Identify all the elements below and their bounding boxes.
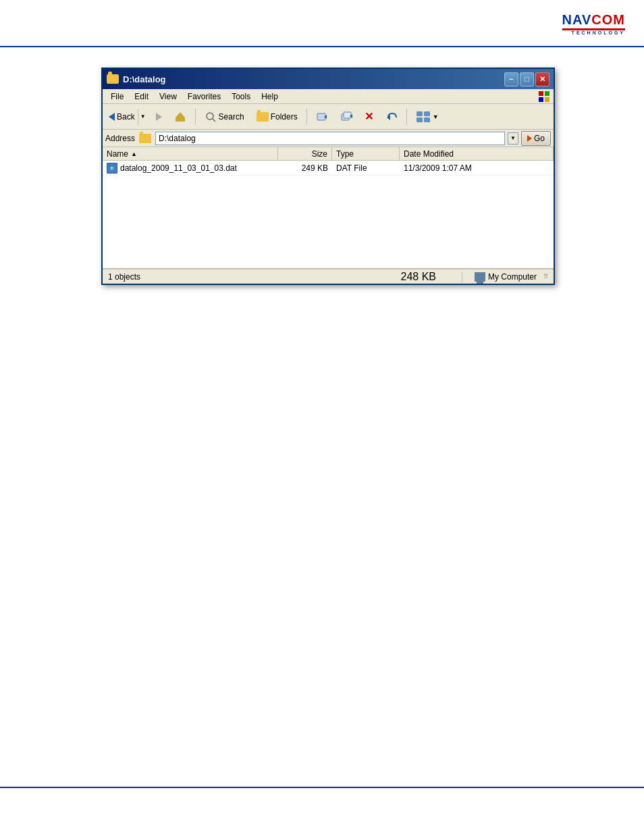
menu-view[interactable]: View [154, 90, 182, 103]
views-button[interactable]: ▼ [411, 107, 444, 127]
logo-com: COM [591, 12, 625, 28]
folders-icon [257, 112, 269, 122]
menu-help[interactable]: Help [256, 90, 284, 103]
minimize-button[interactable]: − [504, 72, 518, 86]
flag-yellow [545, 97, 549, 102]
file-list-body: D datalog_2009_11_03_01_03.dat 249 KB DA… [103, 161, 554, 269]
svg-rect-13 [424, 118, 430, 122]
status-size: 248 KB [400, 271, 449, 283]
status-objects: 1 objects [108, 272, 140, 282]
close-button[interactable]: ✕ [535, 72, 549, 86]
windows-flag [537, 90, 551, 103]
svg-point-2 [207, 113, 213, 120]
go-button[interactable]: Go [521, 131, 551, 146]
file-date-cell: 11/3/2009 1:07 AM [400, 163, 554, 173]
explorer-window: D:\datalog − □ ✕ File Edit View Favorite… [101, 68, 555, 285]
table-row[interactable]: D datalog_2009_11_03_01_03.dat 249 KB DA… [103, 161, 554, 176]
resize-grip[interactable]: ⠿ [543, 273, 548, 280]
folders-label: Folders [271, 112, 298, 122]
title-bar-controls: − □ ✕ [504, 72, 549, 86]
copy-to-button[interactable] [336, 107, 357, 127]
flag-green [545, 91, 549, 96]
search-label: Search [219, 112, 244, 122]
svg-marker-1 [176, 112, 185, 118]
address-input-wrap[interactable] [155, 132, 505, 145]
file-size-cell: 249 KB [278, 163, 332, 173]
title-bar: D:\datalog − □ ✕ [103, 69, 554, 89]
col-header-date[interactable]: Date Modified [400, 147, 554, 160]
address-label: Address [105, 134, 135, 143]
logo-nav: NAV [562, 12, 592, 28]
top-border [0, 46, 644, 47]
bottom-border [0, 787, 644, 788]
forward-button[interactable] [151, 107, 167, 127]
menu-tools[interactable]: Tools [226, 90, 256, 103]
back-label: Back [117, 112, 135, 122]
logo-tech: TECHNOLOGY [572, 30, 625, 35]
status-divider [462, 271, 462, 282]
window-title: D:\datalog [123, 74, 166, 84]
svg-rect-10 [417, 111, 423, 116]
up-icon [174, 111, 186, 123]
file-size: 249 KB [302, 163, 328, 173]
views-icon [416, 111, 431, 123]
go-label: Go [534, 134, 545, 143]
status-bar: 1 objects 248 KB My Computer ⠿ [103, 269, 554, 284]
back-button[interactable]: Back ▼ [105, 107, 149, 127]
status-location: My Computer [488, 272, 537, 282]
address-folder-icon [139, 134, 151, 143]
back-main[interactable]: Back [106, 110, 138, 124]
copy-to-icon [340, 111, 352, 123]
flag-blue [539, 97, 543, 102]
delete-button[interactable]: ✕ [360, 107, 378, 127]
menu-file[interactable]: File [105, 90, 129, 103]
back-arrow-icon [109, 113, 115, 121]
delete-icon: ✕ [365, 111, 373, 122]
toolbar-sep-2 [306, 109, 307, 125]
dat-file-icon: D [107, 163, 117, 174]
undo-icon [385, 111, 398, 123]
menu-favorites[interactable]: Favorites [182, 90, 226, 103]
svg-rect-7 [344, 112, 351, 118]
my-computer-icon [475, 272, 485, 282]
status-right: My Computer [475, 272, 537, 282]
move-to-button[interactable] [311, 107, 333, 127]
back-dropdown[interactable]: ▼ [138, 111, 148, 122]
svg-rect-11 [424, 111, 430, 116]
col-header-size[interactable]: Size [278, 147, 332, 160]
file-list-header: Name ▲ Size Type Date Modified [103, 147, 554, 161]
toolbar-sep-3 [406, 109, 407, 125]
up-button[interactable] [169, 107, 191, 127]
menu-bar: File Edit View Favorites Tools Help [103, 89, 554, 104]
file-name-cell: D datalog_2009_11_03_01_03.dat [103, 163, 278, 174]
go-arrow-icon [527, 135, 532, 142]
title-bar-left: D:\datalog [107, 74, 166, 84]
views-dropdown-arrow: ▼ [433, 113, 439, 120]
address-dropdown[interactable]: ▼ [508, 132, 518, 145]
menu-edit[interactable]: Edit [129, 90, 154, 103]
search-button[interactable]: Search [200, 107, 249, 127]
svg-rect-0 [176, 118, 185, 122]
svg-line-3 [213, 119, 215, 122]
col-header-type[interactable]: Type [332, 147, 400, 160]
col-header-name[interactable]: Name ▲ [103, 147, 278, 160]
file-type-cell: DAT File [332, 163, 400, 173]
address-bar: Address ▼ Go [103, 130, 554, 147]
file-name: datalog_2009_11_03_01_03.dat [120, 163, 237, 173]
toolbar: Back ▼ Search Folder [103, 104, 554, 130]
folder-title-icon [107, 74, 119, 84]
file-date: 11/3/2009 1:07 AM [404, 163, 472, 173]
file-type: DAT File [336, 163, 367, 173]
undo-button[interactable] [381, 107, 402, 127]
forward-arrow-icon [156, 113, 162, 121]
search-icon [205, 111, 217, 123]
maximize-button[interactable]: □ [520, 72, 534, 86]
svg-rect-12 [417, 118, 423, 122]
flag-red [539, 91, 543, 96]
sort-arrow-icon: ▲ [131, 151, 137, 157]
toolbar-sep-1 [195, 109, 196, 125]
folders-button[interactable]: Folders [252, 107, 302, 127]
windows-logo-icon [539, 91, 549, 102]
address-input[interactable] [159, 134, 502, 143]
move-to-icon [316, 111, 328, 123]
